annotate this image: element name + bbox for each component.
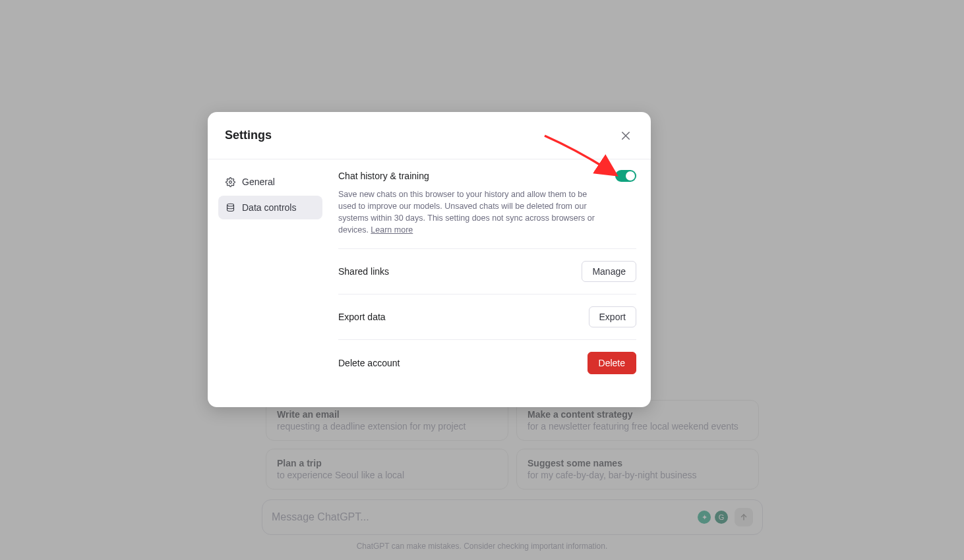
history-training-toggle[interactable]: [615, 170, 636, 182]
toggle-knob: [626, 171, 635, 181]
settings-content: Chat history & training Save new chats o…: [326, 170, 636, 391]
modal-title: Settings: [225, 128, 272, 142]
sidebar-item-label: General: [242, 177, 275, 187]
manage-shared-links-button[interactable]: Manage: [582, 261, 636, 282]
section-history-description: Save new chats on this browser to your h…: [338, 188, 599, 237]
delete-account-button[interactable]: Delete: [587, 352, 636, 374]
learn-more-link[interactable]: Learn more: [371, 225, 413, 235]
section-export-title: Export data: [338, 312, 386, 322]
section-delete-title: Delete account: [338, 358, 400, 368]
gear-icon: [225, 177, 235, 187]
section-delete-row: Delete account Delete: [338, 352, 636, 374]
divider: [338, 294, 636, 294]
sidebar-item-label: Data controls: [242, 202, 296, 213]
sidebar-item-data-controls[interactable]: Data controls: [218, 196, 322, 219]
settings-modal: Settings General Data controls: [208, 112, 651, 407]
section-export-row: Export data Export: [338, 306, 636, 327]
modal-header: Settings: [208, 112, 651, 159]
divider: [338, 339, 636, 340]
close-icon: [620, 130, 632, 142]
section-shared-links-row: Shared links Manage: [338, 261, 636, 282]
divider: [338, 248, 636, 249]
sidebar-item-general[interactable]: General: [218, 170, 322, 194]
section-history-row: Chat history & training: [338, 170, 636, 182]
close-button[interactable]: [618, 128, 634, 144]
section-history-title: Chat history & training: [338, 171, 429, 181]
section-shared-links-title: Shared links: [338, 266, 389, 277]
export-data-button[interactable]: Export: [589, 306, 636, 327]
settings-sidebar: General Data controls: [214, 170, 326, 391]
modal-overlay[interactable]: Settings General Data controls: [0, 0, 964, 560]
svg-point-1: [227, 204, 233, 206]
data-controls-icon: [225, 202, 235, 213]
svg-point-0: [229, 181, 231, 183]
